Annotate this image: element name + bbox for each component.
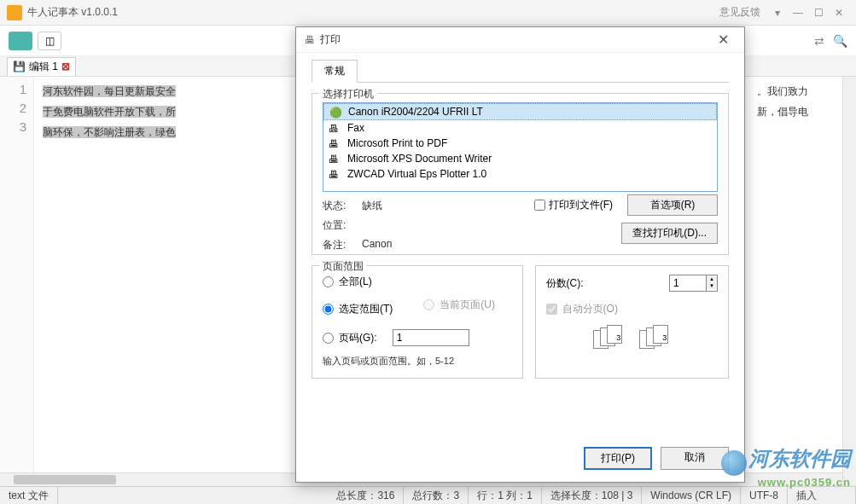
dialog-tabs: 常规 — [312, 60, 729, 83]
collate-checkbox: 自动分页(O) — [546, 302, 718, 316]
fax-icon: 🖷 — [329, 123, 342, 133]
print-to-file-label: 打印到文件(F) — [549, 198, 613, 212]
printer-list[interactable]: 🟢 Canon iR2004/2204 UFRII LT 🖷 Fax 🖶 Mic… — [323, 102, 718, 192]
dialog-close-button[interactable]: ✕ — [710, 32, 736, 48]
search-icon[interactable]: 🔍 — [833, 34, 847, 48]
replace-icon[interactable]: ⇄ — [814, 34, 824, 48]
minimize-button[interactable]: ― — [788, 4, 808, 21]
statusbar: text 文件 总长度：316 总行数：3 行：1 列：1 选择长度：108 |… — [0, 486, 856, 504]
range-pages-input[interactable] — [323, 333, 334, 344]
printer-group: 选择打印机 🟢 Canon iR2004/2204 UFRII LT 🖷 Fax… — [312, 93, 729, 255]
page-number-input[interactable] — [393, 329, 469, 346]
tab-label: 编辑 1 — [29, 60, 58, 74]
status-filetype: text 文件 — [0, 487, 58, 504]
split-icon: ◫ — [45, 35, 55, 47]
printer-item-icon: 🖶 — [329, 138, 342, 148]
copies-input[interactable] — [669, 275, 707, 292]
page-range-label: 页面范围 — [319, 259, 367, 274]
dialog-title: 打印 — [320, 32, 710, 47]
range-current-input — [423, 299, 434, 310]
printer-status: 缺纸 — [362, 199, 382, 213]
copies-label: 份数(C): — [546, 276, 584, 291]
spinner-up-icon[interactable]: ▲ — [707, 275, 717, 282]
printer-item[interactable]: 🖶 Microsoft XPS Document Writer — [323, 151, 717, 166]
preferences-button[interactable]: 首选项(R) — [627, 194, 718, 216]
status-label: 状态: — [323, 199, 362, 213]
save-icon: 💾 — [13, 61, 26, 72]
status-insert: 插入 — [788, 487, 856, 504]
vertical-scrollbar[interactable] — [842, 77, 856, 486]
print-button[interactable]: 打印(P) — [584, 447, 652, 470]
printer-icon: 🖶 — [305, 34, 315, 46]
text-line: 新，倡导电 — [757, 106, 808, 118]
close-button[interactable]: ✕ — [829, 4, 849, 21]
range-all-input[interactable] — [323, 276, 334, 287]
line-gutter: 1 2 3 — [0, 77, 34, 484]
status-encoding: UTF-8 — [741, 487, 788, 504]
page-range-group: 页面范围 全部(L) 选定范围(T) 当前页面(U) 页码(G): — [312, 265, 523, 379]
app-title: 牛人记事本 v1.0.0.1 — [27, 5, 719, 20]
text-line: 。我们致力 — [757, 85, 808, 97]
text-line: 于免费电脑软件开放下载，所 — [43, 106, 176, 118]
tab-close-icon[interactable]: ⊠ — [61, 61, 70, 72]
tab-general[interactable]: 常规 — [312, 60, 358, 83]
range-current-label: 当前页面(U) — [440, 298, 495, 312]
print-to-file-input[interactable] — [534, 200, 545, 211]
status-position: 行：1 列：1 — [469, 487, 542, 504]
split-view-button[interactable]: ◫ — [38, 32, 61, 50]
range-all-radio[interactable]: 全部(L) — [323, 275, 512, 289]
status-selection: 选择长度：108 | 3 — [542, 487, 642, 504]
collate-label: 自动分页(O) — [562, 302, 618, 316]
text-line: 脑环保，不影响注册表，绿色 — [43, 126, 176, 138]
status-lines: 总行数：3 — [404, 487, 469, 504]
app-logo-icon — [7, 5, 22, 20]
page-range-hint: 输入页码或页面范围。如，5-12 — [323, 355, 512, 368]
range-current-radio: 当前页面(U) — [423, 298, 495, 312]
range-pages-label: 页码(G): — [339, 331, 377, 345]
maximize-button[interactable]: ☐ — [808, 4, 829, 21]
document-tab[interactable]: 💾 编辑 1 ⊠ — [7, 57, 76, 76]
find-printer-button[interactable]: 查找打印机(D)... — [621, 223, 718, 244]
printer-item[interactable]: 🟢 Canon iR2004/2204 UFRII LT — [323, 103, 717, 120]
printer-item-icon: 🖶 — [329, 154, 342, 164]
range-selection-label: 选定范围(T) — [339, 302, 393, 316]
range-selection-input[interactable] — [323, 304, 334, 315]
scrollbar-thumb[interactable] — [14, 475, 116, 484]
line-number: 1 — [0, 80, 33, 99]
range-pages-radio[interactable]: 页码(G): — [323, 329, 512, 346]
dialog-footer: 打印(P) 取消 — [296, 438, 744, 482]
printer-item[interactable]: 🖶 Microsoft Print to PDF — [323, 136, 717, 151]
comment-label: 备注: — [323, 238, 362, 252]
printer-comment: Canon — [362, 238, 392, 252]
printer-group-label: 选择打印机 — [319, 87, 377, 101]
printer-name: Fax — [347, 122, 364, 134]
cancel-button[interactable]: 取消 — [661, 447, 729, 470]
printer-name: Microsoft Print to PDF — [347, 137, 447, 149]
printer-item[interactable]: 🖶 ZWCAD Virtual Eps Plotter 1.0 — [323, 166, 717, 182]
spinner-down-icon[interactable]: ▼ — [707, 282, 717, 289]
titlebar: 牛人记事本 v1.0.0.1 意见反馈 ▾ ― ☐ ✕ — [0, 0, 856, 26]
collate-preview-icon: 123 123 — [546, 325, 718, 350]
print-dialog: 🖶 打印 ✕ 常规 选择打印机 🟢 Canon iR2004/2204 UFRI… — [295, 26, 745, 483]
view-mode-button[interactable] — [9, 32, 32, 50]
feedback-link[interactable]: 意见反馈 — [719, 5, 760, 20]
status-eol: Windows (CR LF) — [642, 487, 741, 504]
print-to-file-checkbox[interactable]: 打印到文件(F) — [534, 198, 613, 212]
collate-input — [546, 304, 557, 315]
dialog-titlebar: 🖶 打印 ✕ — [296, 27, 744, 53]
range-all-label: 全部(L) — [339, 275, 372, 289]
plotter-icon: 🖶 — [329, 169, 342, 179]
dropdown-icon[interactable]: ▾ — [767, 4, 788, 21]
copies-spinner[interactable]: ▲▼ — [669, 275, 718, 292]
location-label: 位置: — [323, 218, 362, 233]
line-number: 2 — [0, 99, 33, 118]
printer-name: Canon iR2004/2204 UFRII LT — [348, 106, 483, 118]
printer-name: ZWCAD Virtual Eps Plotter 1.0 — [347, 168, 486, 180]
text-line: 河东软件园，每日更新最安全 — [43, 85, 176, 97]
line-number: 3 — [0, 118, 33, 136]
printer-name: Microsoft XPS Document Writer — [347, 153, 492, 165]
status-length: 总长度：316 — [328, 487, 404, 504]
copies-group: 份数(C): ▲▼ 自动分页(O) 123 123 — [535, 265, 729, 379]
printer-item[interactable]: 🖷 Fax — [323, 120, 717, 136]
printer-status-icon: 🟢 — [329, 107, 343, 117]
